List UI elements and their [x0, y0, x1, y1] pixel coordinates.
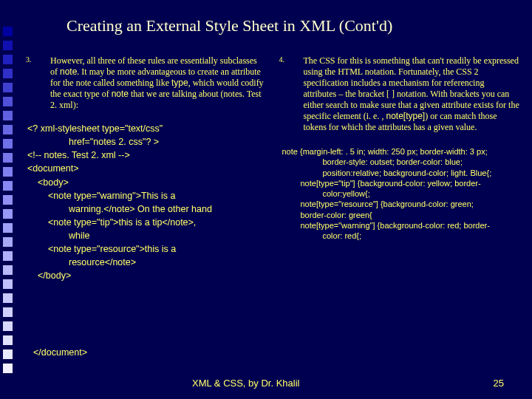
left-column: 3. However, all three of these rules are… [26, 55, 268, 283]
sidebar-square [3, 307, 13, 317]
sidebar-square [3, 125, 13, 134]
paragraph-4: The CSS for this is something that can't… [304, 55, 520, 133]
sidebar-square [3, 167, 13, 177]
term-notetype: note[type] [386, 111, 425, 121]
sidebar-square [3, 279, 13, 289]
sidebar-square [3, 111, 13, 120]
sidebar-square [3, 139, 13, 149]
paragraph-3: However, all three of these rules are es… [50, 55, 267, 111]
sidebar-square [3, 251, 13, 261]
term-note2: note [112, 89, 129, 99]
sidebar-square [3, 195, 13, 205]
sidebar-square [3, 349, 13, 359]
sidebar-square [3, 335, 13, 345]
list-number-4: 4. [279, 55, 301, 65]
sidebar-square [3, 223, 13, 233]
sidebar-square [3, 83, 13, 92]
sidebar-square [3, 209, 13, 219]
slide-title: Creating an External Style Sheet in XML … [66, 16, 392, 35]
sidebar-square [3, 27, 13, 36]
sidebar-square [3, 364, 13, 373]
sidebar-square [3, 55, 13, 64]
list-number-3: 3. [26, 55, 48, 65]
xml-close-tag: </document> [33, 347, 87, 358]
css-code-block: note {margin-left: . 5 in; width: 250 px… [279, 146, 522, 242]
sidebar-square [3, 69, 13, 78]
page-number: 25 [494, 378, 504, 389]
sidebar-square [3, 265, 13, 275]
sidebar-square [3, 181, 13, 191]
xml-code-block: <? xml-stylesheet type="text/css" href="… [26, 122, 268, 283]
sidebar-square [3, 321, 13, 331]
right-column: 4. The CSS for this is something that ca… [279, 55, 522, 283]
sidebar-square [3, 153, 13, 163]
sidebar-square [3, 97, 13, 106]
sidebar-square [3, 237, 13, 247]
footer-text: XML & CSS, by Dr. Khalil [192, 378, 299, 389]
content-area: 3. However, all three of these rules are… [26, 55, 521, 283]
term-note: note [60, 66, 77, 77]
decorative-sidebar [0, 0, 16, 399]
sidebar-square [3, 41, 13, 50]
sidebar-square [3, 293, 13, 303]
term-type: type [171, 78, 188, 88]
